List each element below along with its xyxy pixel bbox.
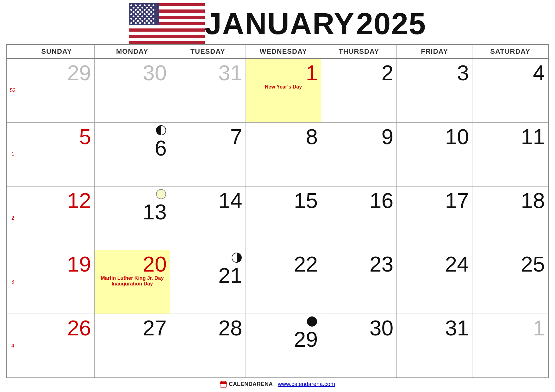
svg-point-35 <box>150 11 152 13</box>
calendar-body: 522930311New Year's Day23415678910112121… <box>7 59 548 377</box>
day-num-31-w0: 31 <box>218 62 242 83</box>
holiday-label-w4-d2: Martin Luther King Jr. DayInauguration D… <box>98 275 167 287</box>
svg-point-57 <box>150 20 152 22</box>
svg-rect-8 <box>129 28 205 32</box>
svg-point-54 <box>137 20 139 22</box>
header-thursday: THURSDAY <box>321 45 397 58</box>
day-num-10-w1: 10 <box>445 126 469 147</box>
day-num-21-w3: 21 <box>218 265 242 286</box>
svg-point-15 <box>135 4 137 6</box>
day-cell-w3-d5: 16 <box>321 187 397 250</box>
calendar-page: JANUARY 2025 SUNDAY MONDAY TUESDAY WEDNE… <box>0 0 555 392</box>
day-num-28-w4: 28 <box>218 317 242 339</box>
svg-point-55 <box>141 20 143 22</box>
day-num-25-w3: 25 <box>521 253 545 275</box>
day-num-14-w2: 14 <box>218 190 242 211</box>
day-cell-w4-d4: 22 <box>246 250 321 314</box>
svg-point-47 <box>130 18 132 20</box>
svg-point-19 <box>153 4 154 6</box>
day-num-22-w3: 22 <box>294 253 318 275</box>
svg-point-58 <box>130 22 132 24</box>
week-row-4: 31920Martin Luther King Jr. DayInaugurat… <box>7 250 548 314</box>
week-num-1: 52 <box>7 59 19 122</box>
header-sunday: SUNDAY <box>19 45 95 58</box>
week-row-3: 212131415161718 <box>7 187 548 250</box>
svg-rect-11 <box>129 38 205 41</box>
svg-point-42 <box>133 15 134 17</box>
header-tuesday: TUESDAY <box>170 45 246 58</box>
footer: CALENDARENA www.calendarena.com <box>6 378 549 389</box>
day-cell-w4-d1: 19 <box>19 250 95 314</box>
day-cell-w1-d2: 30 <box>95 59 170 122</box>
day-num-11-w1: 11 <box>521 126 545 147</box>
day-cell-w4-d6: 24 <box>397 250 472 314</box>
day-headers-row: SUNDAY MONDAY TUESDAY WEDNESDAY THURSDAY… <box>7 45 548 59</box>
week-num-4: 3 <box>7 250 19 314</box>
day-cell-w5-d2: 27 <box>95 314 170 377</box>
day-num-17-w2: 17 <box>445 190 469 211</box>
svg-point-62 <box>148 22 150 24</box>
day-cell-w3-d2: 13 <box>95 187 170 250</box>
day-cell-w1-d7: 4 <box>472 59 548 122</box>
year-title: 2025 <box>356 7 427 40</box>
svg-rect-71 <box>225 381 226 383</box>
us-flag-icon <box>129 3 205 44</box>
svg-point-27 <box>139 9 141 11</box>
month-title: JANUARY <box>205 7 355 40</box>
day-cell-w2-d5: 9 <box>321 123 397 186</box>
day-num-20-w3: 20 <box>143 253 167 275</box>
day-cell-w1-d3: 31 <box>170 59 246 122</box>
day-num-5-w1: 5 <box>79 126 91 147</box>
svg-point-50 <box>144 18 146 20</box>
day-cell-w5-d5: 30 <box>321 314 397 377</box>
day-num-8-w1: 8 <box>306 126 318 147</box>
svg-point-37 <box>135 13 137 15</box>
day-cell-w2-d3: 7 <box>170 123 246 186</box>
day-num-18-w2: 18 <box>521 190 545 211</box>
svg-point-18 <box>148 4 150 6</box>
day-cell-w1-d1: 29 <box>19 59 95 122</box>
svg-point-65 <box>156 189 166 199</box>
day-num-29-w0: 29 <box>67 62 91 83</box>
day-cell-w3-d4: 15 <box>246 187 321 250</box>
day-num-1-w4: 1 <box>533 317 545 339</box>
svg-point-52 <box>153 18 154 20</box>
svg-point-16 <box>139 4 141 6</box>
svg-point-56 <box>146 20 148 22</box>
svg-point-44 <box>141 15 143 17</box>
website-link[interactable]: www.calendarena.com <box>278 381 335 388</box>
day-cell-w4-d3: 21 <box>170 250 246 314</box>
week-row-2: 1567891011 <box>7 123 548 187</box>
moon-icon-first-quarter <box>231 252 242 263</box>
month-year-title: JANUARY 2025 <box>205 6 427 41</box>
header-saturday: SATURDAY <box>472 45 548 58</box>
svg-rect-9 <box>129 32 205 35</box>
day-cell-w3-d3: 14 <box>170 187 246 250</box>
svg-point-41 <box>153 13 154 15</box>
svg-point-67 <box>307 317 317 326</box>
svg-point-32 <box>137 11 139 13</box>
svg-point-38 <box>139 13 141 15</box>
svg-point-25 <box>130 9 132 11</box>
moon-icon-last-quarter <box>155 125 167 136</box>
svg-point-46 <box>150 15 152 17</box>
day-cell-w4-d2: 20Martin Luther King Jr. DayInauguration… <box>95 250 170 314</box>
day-num-24-w3: 24 <box>445 253 469 275</box>
svg-point-17 <box>144 4 146 6</box>
svg-point-51 <box>148 18 150 20</box>
day-cell-w3-d1: 12 <box>19 187 95 250</box>
calendar-header: JANUARY 2025 <box>6 3 549 44</box>
svg-rect-70 <box>221 381 222 383</box>
calendar-grid: SUNDAY MONDAY TUESDAY WEDNESDAY THURSDAY… <box>6 44 549 378</box>
svg-point-43 <box>137 15 139 17</box>
header-wednesday: WEDNESDAY <box>246 45 321 58</box>
svg-point-26 <box>135 9 137 11</box>
day-num-26-w4: 26 <box>67 317 91 339</box>
svg-point-29 <box>148 9 150 11</box>
day-cell-w5-d4: 29 <box>246 314 321 377</box>
day-num-7-w1: 7 <box>230 126 242 147</box>
day-num-30-w4: 30 <box>370 317 394 339</box>
day-cell-w5-d6: 31 <box>397 314 472 377</box>
svg-rect-10 <box>129 35 205 38</box>
svg-point-36 <box>130 13 132 15</box>
